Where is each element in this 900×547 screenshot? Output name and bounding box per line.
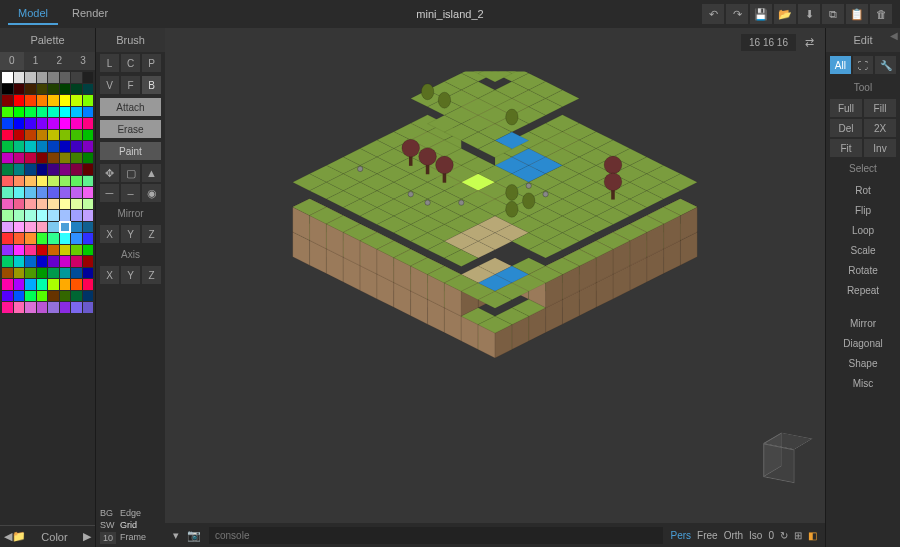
color-swatch[interactable]	[60, 118, 71, 129]
color-swatch[interactable]	[48, 199, 59, 210]
color-swatch[interactable]	[25, 72, 36, 83]
color-swatch[interactable]	[71, 130, 82, 141]
color-swatch[interactable]	[83, 256, 94, 267]
all-button[interactable]: All	[830, 56, 851, 74]
flip-action[interactable]: Flip	[830, 202, 896, 219]
color-swatch[interactable]	[2, 291, 13, 302]
color-swatch[interactable]	[14, 130, 25, 141]
camera-icon[interactable]: 📷	[187, 529, 201, 542]
color-swatch[interactable]	[60, 199, 71, 210]
color-swatch[interactable]	[71, 84, 82, 95]
box-tool-icon[interactable]: ▢	[121, 164, 140, 182]
triangle-tool-icon[interactable]: ▲	[142, 164, 161, 182]
color-swatch[interactable]	[2, 199, 13, 210]
color-swatch[interactable]	[60, 187, 71, 198]
fit-button[interactable]: Fit	[830, 139, 862, 157]
color-swatch[interactable]	[71, 153, 82, 164]
color-swatch[interactable]	[83, 199, 94, 210]
color-swatch[interactable]	[83, 245, 94, 256]
color-swatch[interactable]	[37, 233, 48, 244]
color-swatch[interactable]	[37, 187, 48, 198]
color-swatch[interactable]	[37, 176, 48, 187]
color-swatch[interactable]	[14, 153, 25, 164]
color-swatch[interactable]	[71, 233, 82, 244]
redo-icon[interactable]: ↷	[726, 4, 748, 24]
grid-icon[interactable]: ⊞	[794, 530, 802, 541]
color-swatch[interactable]	[14, 233, 25, 244]
color-swatch[interactable]	[37, 210, 48, 221]
color-swatch[interactable]	[48, 176, 59, 187]
color-swatch[interactable]	[71, 199, 82, 210]
color-swatch[interactable]	[60, 141, 71, 152]
color-swatch[interactable]	[2, 153, 13, 164]
console-input[interactable]	[209, 527, 663, 544]
color-swatch[interactable]	[83, 291, 94, 302]
del-button[interactable]: Del	[830, 119, 862, 137]
color-swatch[interactable]	[83, 187, 94, 198]
color-swatch[interactable]	[37, 291, 48, 302]
color-swatch[interactable]	[83, 279, 94, 290]
color-swatch[interactable]	[25, 199, 36, 210]
color-swatch[interactable]	[2, 84, 13, 95]
attach-button[interactable]: Attach	[100, 98, 161, 116]
mirror-x-button[interactable]: X	[100, 225, 119, 243]
color-swatch[interactable]	[48, 72, 59, 83]
paint-button[interactable]: Paint	[100, 142, 161, 160]
free-mode[interactable]: Free	[697, 530, 718, 541]
color-swatch[interactable]	[48, 279, 59, 290]
bg-label[interactable]: BG	[100, 508, 116, 518]
frame-value[interactable]: 10	[100, 532, 116, 544]
color-swatch[interactable]	[48, 95, 59, 106]
color-swatch[interactable]	[60, 130, 71, 141]
minus-tool-icon[interactable]: –	[121, 184, 140, 202]
color-swatch[interactable]	[25, 141, 36, 152]
collapse-right-icon[interactable]: ◀	[890, 30, 898, 41]
color-swatch[interactable]	[2, 302, 13, 313]
color-swatch[interactable]	[25, 118, 36, 129]
color-swatch[interactable]	[25, 256, 36, 267]
color-swatch[interactable]	[71, 176, 82, 187]
color-swatch[interactable]	[83, 233, 94, 244]
color-swatch[interactable]	[37, 302, 48, 313]
color-swatch[interactable]	[25, 245, 36, 256]
color-swatch[interactable]	[2, 72, 13, 83]
color-swatch[interactable]	[2, 141, 13, 152]
color-swatch[interactable]	[14, 187, 25, 198]
color-swatch[interactable]	[71, 245, 82, 256]
color-swatch[interactable]	[71, 268, 82, 279]
delete-icon[interactable]: 🗑	[870, 4, 892, 24]
color-swatch[interactable]	[37, 245, 48, 256]
color-swatch[interactable]	[14, 256, 25, 267]
orth-mode[interactable]: Orth	[724, 530, 743, 541]
color-swatch[interactable]	[83, 210, 94, 221]
color-swatch[interactable]	[71, 302, 82, 313]
color-swatch[interactable]	[2, 268, 13, 279]
move-tool-icon[interactable]: ✥	[100, 164, 119, 182]
mirror-y-button[interactable]: Y	[121, 225, 140, 243]
axis-x-button[interactable]: X	[100, 266, 119, 284]
copy-icon[interactable]: ⧉	[822, 4, 844, 24]
palette-tab-1[interactable]: 1	[24, 52, 48, 70]
folder-icon[interactable]: 📁	[12, 530, 26, 543]
chevron-left-icon[interactable]: ◀	[4, 530, 12, 543]
tab-render[interactable]: Render	[62, 3, 118, 25]
color-swatch[interactable]	[60, 302, 71, 313]
color-swatch[interactable]	[83, 107, 94, 118]
color-swatch[interactable]	[71, 118, 82, 129]
color-swatch[interactable]	[2, 222, 13, 233]
color-swatch[interactable]	[25, 95, 36, 106]
color-swatch[interactable]	[25, 291, 36, 302]
color-swatch[interactable]	[2, 130, 13, 141]
edge-label[interactable]: Edge	[120, 508, 141, 518]
color-swatch[interactable]	[71, 291, 82, 302]
color-swatch[interactable]	[25, 268, 36, 279]
color-swatch[interactable]	[2, 210, 13, 221]
iso-mode[interactable]: Iso	[749, 530, 762, 541]
mirror-z-button[interactable]: Z	[142, 225, 161, 243]
full-button[interactable]: Full	[830, 99, 862, 117]
grid-label[interactable]: Grid	[120, 520, 137, 530]
color-swatch[interactable]	[25, 176, 36, 187]
color-swatch[interactable]	[14, 118, 25, 129]
color-swatch[interactable]	[25, 210, 36, 221]
color-swatch[interactable]	[60, 256, 71, 267]
